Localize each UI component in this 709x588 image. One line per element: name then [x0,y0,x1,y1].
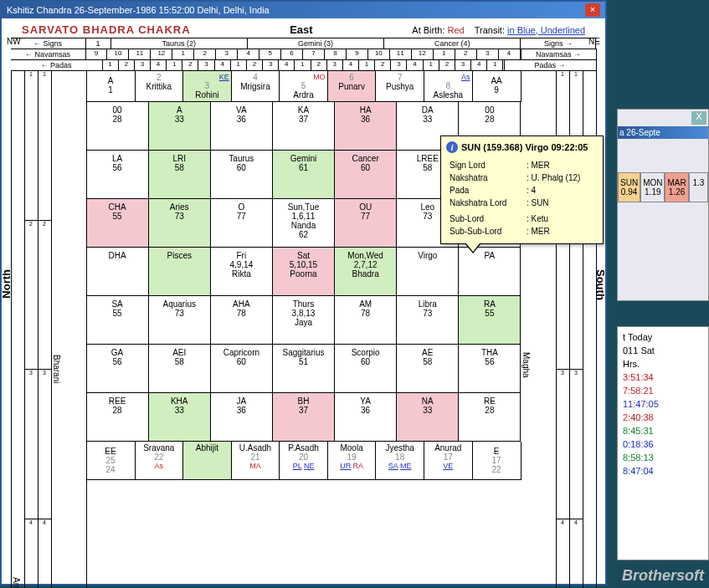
nakshatra-Anurad: Anurad17VE [424,442,473,480]
left-pada-col: 1234123412341234123412341234 [39,71,52,588]
grid-cell[interactable]: 0028 [87,102,149,151]
nakshatra-Pushya: 7Pushya [376,71,424,102]
grid-cell[interactable]: Pisces [149,248,211,296]
grid-cell[interactable]: AEI58 [149,345,211,393]
top-sign-taurus: Taurus (2) [111,38,248,49]
nakshatra-Aslesha: As8Aslesha [424,71,473,102]
info-icon: i [446,141,458,153]
grid-cell[interactable]: Fri4,9,14Rikta [211,248,273,296]
grid-cell[interactable]: Thurs3,8,13Jaya [273,296,335,345]
grid-cell[interactable]: PA [459,248,521,296]
grid-cell[interactable]: LRI58 [149,151,211,199]
nakshatra-Sravana: Sravana22As [136,442,184,480]
grid-cell[interactable]: CHA55 [87,199,149,248]
grid-cell[interactable]: Mon,Wed2,7,12Bhadra [335,248,397,296]
grid-cell[interactable]: SA55 [87,296,149,345]
main-window: Kshitiz Chandra 26-September-1986 15:52:… [0,0,607,585]
background-window-1: X a 26-Septe SUN0.94MON1.19MAR1.261.3 [617,109,709,301]
grid-cell[interactable]: Taurus60 [211,151,273,199]
left-signs-col: Aries (1)Pisces (12)Aquarius (11)10 [12,71,25,588]
left-nav-col: 1234123412341234123412341234 [25,71,39,588]
chart-title: SARVATO BHADRA CHAKRA [22,23,191,36]
grid-cell[interactable]: YA36 [335,393,397,442]
grid-cell[interactable]: VA36 [211,102,273,151]
navamsa-label: ← Navamsas [11,49,86,59]
watermark: Brothersoft [622,567,704,585]
top-pada-band: 1234123412341234123412341 [103,60,505,70]
grid-cell[interactable]: OU77 [335,199,397,248]
grid-cell[interactable]: Cancer60 [335,151,397,199]
top-sign-1: 1 [86,38,111,49]
grid-cell[interactable]: BH37 [273,393,335,442]
tooltip-title: SUN (159.368) Virgo 09:22:05 [461,142,588,152]
grid-cell[interactable]: Virgo [397,248,459,296]
grid-cell[interactable]: AHA78 [211,296,273,345]
top-sign-cancer: Cancer (4) [384,38,521,49]
grid-cell[interactable]: REE28 [87,393,149,442]
sbc-grid: ← Signs 1 Taurus (2) Gemini (3) Cancer (… [11,38,597,588]
titlebar[interactable]: Kshitiz Chandra 26-September-1986 15:52:… [2,2,605,18]
nakshatra-cell: Bharani [52,71,87,588]
grid-cell[interactable]: Scorpio60 [335,345,397,393]
grid-cell[interactable]: KHA33 [149,393,211,442]
grid-cell[interactable]: Capricorn60 [211,345,273,393]
grid-cell[interactable]: Aquarius73 [149,296,211,345]
grid-cell[interactable]: Sat5,10,15Poorna [273,248,335,296]
navamsa-label-r: Navamsas → [521,49,597,59]
grid-cell[interactable]: AE58 [397,345,459,393]
grid-cell[interactable]: DHA [87,248,149,296]
nakshatra-Ardra: MO5Ardra [280,71,328,102]
pada-label: ← Padas [11,60,103,70]
grid-cell[interactable]: Aries73 [149,199,211,248]
grid-cell[interactable]: AM78 [335,296,397,345]
grid-cell[interactable]: Libra73 [397,296,459,345]
nakshatra-Rohini: KE3Rohini [183,71,232,102]
chart-area: NW NE SARVATO BHADRA CHAKRA East At Birt… [2,18,605,588]
east-label: East [290,23,312,36]
background-window-2: t Today011 SatHrs.3:51:347:58:2111:47:05… [617,326,709,560]
grid-cell[interactable]: Sun,Tue1,6,11Nanda62 [273,199,335,248]
bg-title: a 26-Septe [618,126,708,139]
grid-cell[interactable]: HA36 [335,102,397,151]
top-navamsa-band: 91011121234567891011121234 [86,49,521,59]
top-sign-gemini: Gemini (3) [248,38,384,49]
nakshatra-Krittika: 2Krittika [136,71,184,102]
nakshatra-Abhijit: Abhijit [183,442,232,480]
grid-cell[interactable]: THA56 [459,345,521,393]
nakshatra-P.Asadh: P.Asadh20PL NE [280,442,328,480]
tooltip-table: Sign Lord: MERNakshatra: U. Phalg (12)Pa… [446,158,598,238]
grid-cell[interactable]: Saggitarius51 [273,345,335,393]
corner-tl: A1 [87,71,136,102]
nakshatra-Punarv: 6Punarv [328,71,377,102]
grid-cell[interactable]: LA56 [87,151,149,199]
grid-cell[interactable]: A33 [149,102,211,151]
grid-cell[interactable]: JA36 [211,393,273,442]
nakshatra-Moola: Moola19UR RA [328,442,377,480]
nakshatra-Jyestha: Jyestha18SA ME [376,442,424,480]
left-nakshatra-col: BharaniAshwiniJURevatiRAU.BhadURP.BhadJU… [52,71,87,588]
grid-cell[interactable]: RA55 [459,296,521,345]
grid-cell[interactable]: Gemini61 [273,151,335,199]
grid-cell[interactable]: NA33 [397,393,459,442]
sun-tooltip: i SUN (159.368) Virgo 09:22:05 Sign Lord… [440,135,604,244]
window-title: Kshitiz Chandra 26-September-1986 15:52:… [7,5,270,15]
signs-label: ← Signs [11,38,86,49]
grid-cell[interactable]: KA37 [273,102,335,151]
bg-close-button[interactable]: X [691,111,706,125]
signs-label-r: Signs → [521,38,596,49]
grid-cell[interactable]: RE28 [459,393,521,442]
close-button[interactable]: × [585,3,600,17]
bg-planet-grid: SUN0.94MON1.19MAR1.261.3 [618,172,708,202]
grid-cell[interactable]: O77 [211,199,273,248]
nakshatra-U.Asadh: U.Asadh21MA [232,442,280,480]
nakshatra-Mrigsira: 4Mrigsira [232,71,280,102]
birth-transit-legend: At Birth: Red Transit: in Blue, Underlin… [412,25,585,35]
grid-cell[interactable]: GA56 [87,345,149,393]
pada-label-r: Padas → [505,60,597,70]
